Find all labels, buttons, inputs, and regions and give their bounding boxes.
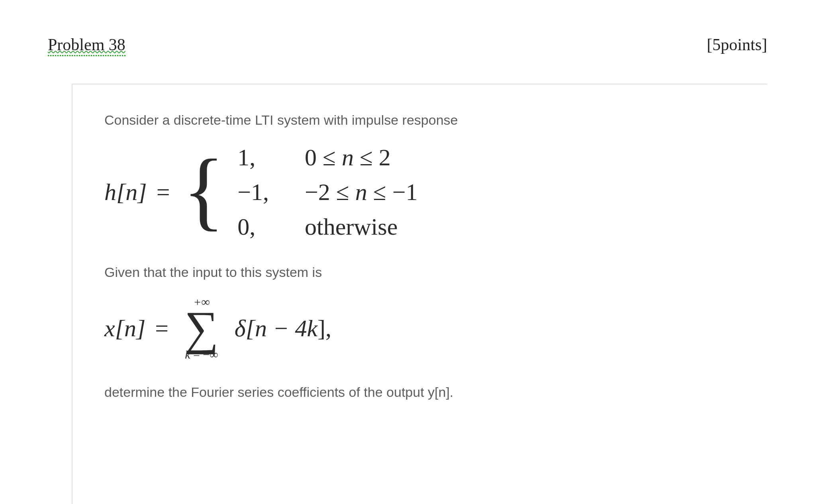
sum-lower-limit: k = −∞ bbox=[185, 349, 218, 361]
case2-value: −1, bbox=[237, 178, 269, 206]
h-lhs: h[n] bbox=[104, 178, 147, 206]
page: Problem 38 [5points] Consider a discrete… bbox=[0, 0, 815, 504]
delta-open: δ[ bbox=[235, 315, 255, 341]
conclusion-text: determine the Fourier series coefficient… bbox=[104, 384, 743, 400]
left-brace: { bbox=[183, 159, 225, 221]
intro-text: Consider a discrete-time LTI system with… bbox=[104, 112, 743, 128]
case1-post: ≤ 2 bbox=[354, 144, 391, 171]
input-equation: x[n] = +∞ ∑ k = −∞ δ[n − 4k], bbox=[104, 296, 743, 361]
x-lhs: x[n] bbox=[104, 315, 145, 342]
equals-sign: = bbox=[157, 178, 170, 206]
h-of-n: h[n] bbox=[104, 179, 147, 205]
delta-term: δ[n − 4k], bbox=[235, 315, 331, 342]
case1-value: 1, bbox=[237, 144, 269, 171]
case3-condition: otherwise bbox=[305, 213, 418, 241]
piecewise-cases: 1, 0 ≤ n ≤ 2 −1, −2 ≤ n ≤ −1 0, otherwis… bbox=[237, 144, 417, 241]
case2-pre: −2 ≤ bbox=[305, 179, 355, 205]
delta-close: ], bbox=[317, 315, 331, 341]
impulse-response-equation: h[n] = { 1, 0 ≤ n ≤ 2 −1, −2 ≤ n ≤ −1 0,… bbox=[104, 144, 743, 241]
summation: +∞ ∑ k = −∞ bbox=[184, 296, 219, 361]
case1-condition: 0 ≤ n ≤ 2 bbox=[305, 144, 418, 171]
case1-var: n bbox=[342, 144, 354, 171]
case2-condition: −2 ≤ n ≤ −1 bbox=[305, 178, 418, 206]
problem-card: Consider a discrete-time LTI system with… bbox=[72, 84, 767, 504]
points-label: [5points] bbox=[707, 35, 767, 56]
case2-post: ≤ −1 bbox=[367, 179, 418, 205]
delta-arg: n − 4k bbox=[255, 315, 317, 341]
x-of-n: x[n] bbox=[104, 315, 145, 341]
header-row: Problem 38 [5points] bbox=[48, 35, 767, 56]
case2-var: n bbox=[355, 179, 367, 205]
given-text: Given that the input to this system is bbox=[104, 265, 743, 280]
sum-lower-rest: = −∞ bbox=[190, 348, 218, 361]
equals-sign-2: = bbox=[155, 315, 168, 342]
case3-value: 0, bbox=[237, 213, 269, 241]
sum-lower-var: k bbox=[185, 348, 190, 361]
sigma-icon: ∑ bbox=[184, 308, 219, 349]
case1-pre: 0 ≤ bbox=[305, 144, 342, 171]
problem-label: Problem 38 bbox=[48, 35, 125, 56]
